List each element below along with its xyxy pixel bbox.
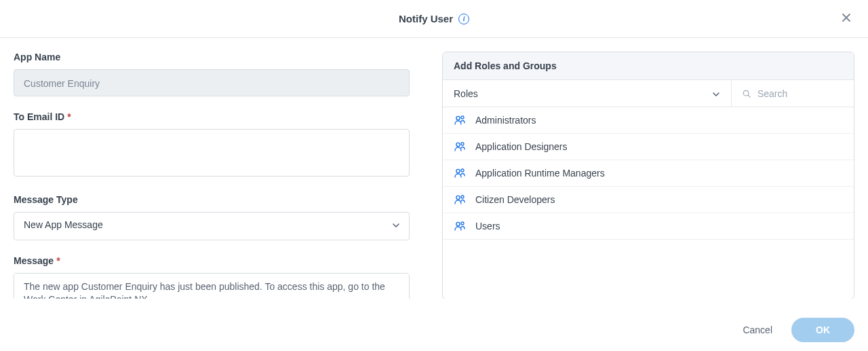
roles-filter-selected: Roles [454,88,478,99]
message-type-label: Message Type [14,194,410,205]
message-type-select[interactable]: New App Message [14,212,410,240]
message-group: Message* [14,255,410,299]
close-icon[interactable] [842,12,856,26]
svg-point-1 [456,116,460,119]
svg-point-2 [461,116,464,119]
role-item-label: Administrators [475,115,536,126]
svg-point-4 [461,143,464,145]
svg-point-8 [461,196,464,198]
role-item[interactable]: Users [443,213,854,240]
to-email-field[interactable] [14,129,410,177]
svg-point-7 [456,196,460,199]
roles-filter-select[interactable]: Roles [443,80,732,107]
required-indicator: * [56,255,60,266]
role-item-label: Application Runtime Managers [475,168,605,179]
role-icon [454,193,466,206]
app-name-field: Customer Enquiry [14,69,410,96]
svg-point-3 [456,143,460,146]
role-item-label: Users [475,221,500,232]
message-field[interactable] [14,273,410,299]
dialog-footer: Cancel OK [0,309,868,351]
roles-panel-title: Add Roles and Groups [443,52,854,80]
message-label: Message* [14,255,410,266]
dialog-title-text: Notify User [399,13,453,24]
role-icon [454,114,466,126]
svg-point-5 [456,169,460,172]
chevron-down-icon [712,90,720,98]
roles-panel: Add Roles and Groups Roles Administrator… [442,52,854,299]
role-icon [454,141,466,153]
app-name-group: App Name Customer Enquiry [14,52,410,96]
svg-point-6 [461,169,464,172]
ok-button[interactable]: OK [791,318,854,342]
message-type-group: Message Type New App Message [14,194,410,240]
dialog-body: App Name Customer Enquiry To Email ID* M… [0,38,868,299]
search-icon [743,89,751,98]
app-name-label: App Name [14,52,410,62]
roles-column: Add Roles and Groups Roles Administrator… [442,52,854,299]
role-item-label: Application Designers [475,141,567,152]
cancel-button[interactable]: Cancel [743,325,772,335]
required-indicator: * [67,111,71,122]
svg-point-10 [461,222,464,225]
roles-search-wrapper [732,80,854,107]
role-list: Administrators Application Designers App… [443,107,854,299]
dialog-header: Notify User i [0,0,868,38]
svg-point-9 [456,222,460,225]
role-icon [454,220,466,232]
form-column: App Name Customer Enquiry To Email ID* M… [14,52,410,299]
role-item[interactable]: Application Designers [443,134,854,160]
role-item[interactable]: Citizen Developers [443,187,854,213]
role-item[interactable]: Administrators [443,107,854,134]
role-icon [454,167,466,179]
info-icon[interactable]: i [458,14,469,24]
roles-search-input[interactable] [757,88,843,99]
dialog-title: Notify User i [399,13,469,24]
roles-filter-row: Roles [443,80,854,107]
role-item-label: Citizen Developers [475,194,555,205]
to-email-group: To Email ID* [14,111,410,179]
to-email-label: To Email ID* [14,111,410,122]
role-item[interactable]: Application Runtime Managers [443,160,854,187]
